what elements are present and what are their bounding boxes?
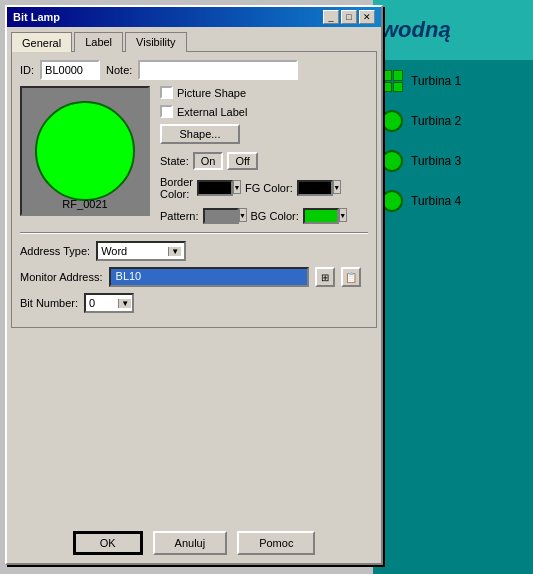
bg-panel-header: wodną xyxy=(373,0,533,60)
dialog-footer: OK Anuluj Pomoc xyxy=(7,531,381,555)
external-label-label: External Label xyxy=(177,106,247,118)
pattern-swatch xyxy=(203,208,239,224)
preview-name-label: RF_0021 xyxy=(62,198,107,210)
bit-number-arrow: ▼ xyxy=(118,299,131,308)
turbine-list: Turbina 1 Turbina 2 Turbina 3 Turbina 4 xyxy=(373,60,533,222)
cancel-button[interactable]: Anuluj xyxy=(153,531,228,555)
external-label-checkbox[interactable] xyxy=(160,105,173,118)
tab-content: ID: Note: RF_0021 Picture Shape E xyxy=(11,51,377,328)
browse-icon[interactable]: 📋 xyxy=(341,267,361,287)
bg-color-arrow: ▼ xyxy=(339,208,347,222)
address-type-arrow: ▼ xyxy=(168,247,181,256)
pattern-row: Pattern: ▼ BG Color: ▼ xyxy=(160,208,368,224)
state-row: State: On Off xyxy=(160,152,368,170)
turbine-label: Turbina 2 xyxy=(411,114,461,128)
bit-number-row: Bit Number: 0 ▼ xyxy=(20,293,368,313)
tab-visibility[interactable]: Visibility xyxy=(125,32,187,52)
turbine-circle-icon xyxy=(381,190,403,212)
bg-color-picker[interactable]: ▼ xyxy=(303,208,347,224)
monitor-address-row: Monitor Address: BL10 ⊞ 📋 xyxy=(20,267,368,287)
id-label: ID: xyxy=(20,64,34,76)
list-item: Turbina 3 xyxy=(381,150,525,172)
picture-shape-row: Picture Shape xyxy=(160,86,368,99)
calculator-icon[interactable]: ⊞ xyxy=(315,267,335,287)
pattern-label: Pattern: xyxy=(160,210,199,222)
background-panel: wodną Turbina 1 Turbina 2 Turbina 3 Turb… xyxy=(373,0,533,574)
tab-strip: General Label Visibility xyxy=(7,27,381,51)
monitor-address-label: Monitor Address: xyxy=(20,271,103,283)
external-label-row: External Label xyxy=(160,105,368,118)
address-type-select[interactable]: Word ▼ xyxy=(96,241,186,261)
bg-color-label: BG Color: xyxy=(251,210,299,222)
title-bar: Bit Lamp _ □ ✕ xyxy=(7,7,381,27)
address-type-label: Address Type: xyxy=(20,245,90,257)
note-label: Note: xyxy=(106,64,132,76)
monitor-address-input[interactable]: BL10 xyxy=(109,267,309,287)
turbine-label: Turbina 4 xyxy=(411,194,461,208)
border-color-swatch xyxy=(197,180,233,196)
preview-circle xyxy=(35,101,135,201)
fg-color-label: FG Color: xyxy=(245,182,293,194)
turbine-grid-icon xyxy=(381,70,403,92)
bit-lamp-dialog: Bit Lamp _ □ ✕ General Label Visibility … xyxy=(5,5,383,565)
note-input[interactable] xyxy=(138,60,298,80)
close-button[interactable]: ✕ xyxy=(359,10,375,24)
bg-color-swatch xyxy=(303,208,339,224)
divider xyxy=(20,232,368,233)
shape-button[interactable]: Shape... xyxy=(160,124,240,144)
shape-btn-row: Shape... xyxy=(160,124,368,144)
state-on-button[interactable]: On xyxy=(193,152,224,170)
pattern-picker[interactable]: ▼ xyxy=(203,208,247,224)
preview-box: RF_0021 xyxy=(20,86,150,216)
border-color-label: BorderColor: xyxy=(160,176,193,200)
dialog-title: Bit Lamp xyxy=(13,11,60,23)
pattern-arrow: ▼ xyxy=(239,208,247,222)
state-label: State: xyxy=(160,155,189,167)
help-button[interactable]: Pomoc xyxy=(237,531,315,555)
bg-panel-title: wodną xyxy=(381,17,451,43)
list-item: Turbina 1 xyxy=(381,70,525,92)
state-off-button[interactable]: Off xyxy=(227,152,257,170)
fg-color-picker[interactable]: ▼ xyxy=(297,180,341,196)
bit-number-select[interactable]: 0 ▼ xyxy=(84,293,134,313)
picture-shape-checkbox[interactable] xyxy=(160,86,173,99)
turbine-circle-icon xyxy=(381,110,403,132)
maximize-button[interactable]: □ xyxy=(341,10,357,24)
fg-color-arrow: ▼ xyxy=(333,180,341,194)
preview-options-area: RF_0021 Picture Shape External Label Sha… xyxy=(20,86,368,226)
border-color-picker[interactable]: ▼ xyxy=(197,180,241,196)
id-note-row: ID: Note: xyxy=(20,60,368,80)
border-color-arrow: ▼ xyxy=(233,180,241,194)
turbine-circle-icon xyxy=(381,150,403,172)
list-item: Turbina 2 xyxy=(381,110,525,132)
address-type-row: Address Type: Word ▼ xyxy=(20,241,368,261)
tab-label[interactable]: Label xyxy=(74,32,123,52)
turbine-label: Turbina 3 xyxy=(411,154,461,168)
tab-general[interactable]: General xyxy=(11,32,72,52)
fg-color-swatch xyxy=(297,180,333,196)
border-color-row: BorderColor: ▼ FG Color: ▼ xyxy=(160,176,368,200)
turbine-label: Turbina 1 xyxy=(411,74,461,88)
id-input[interactable] xyxy=(40,60,100,80)
address-section: Address Type: Word ▼ Monitor Address: BL… xyxy=(20,241,368,313)
options-area: Picture Shape External Label Shape... St… xyxy=(160,86,368,226)
minimize-button[interactable]: _ xyxy=(323,10,339,24)
list-item: Turbina 4 xyxy=(381,190,525,212)
ok-button[interactable]: OK xyxy=(73,531,143,555)
picture-shape-label: Picture Shape xyxy=(177,87,246,99)
title-bar-controls: _ □ ✕ xyxy=(323,10,375,24)
bit-number-label: Bit Number: xyxy=(20,297,78,309)
